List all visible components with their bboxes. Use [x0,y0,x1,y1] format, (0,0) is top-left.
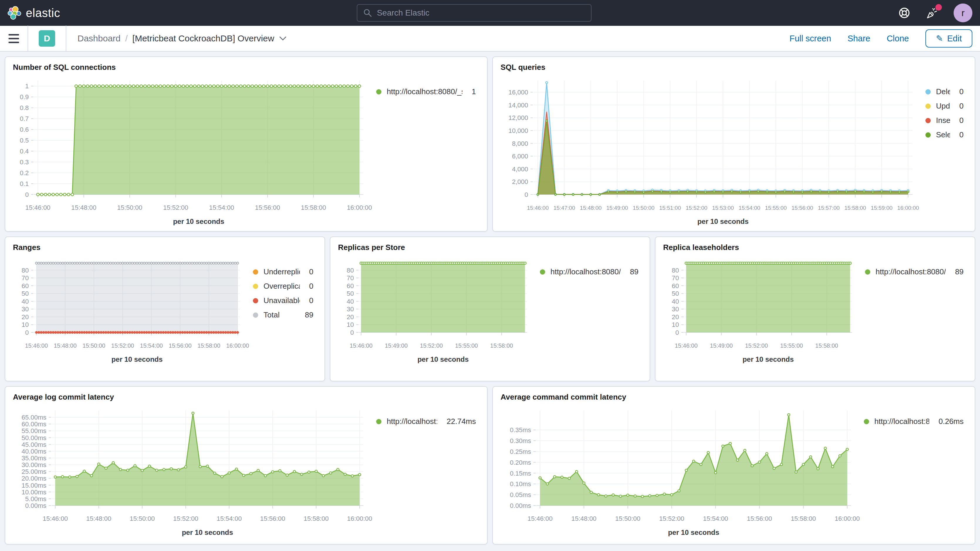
whats-new-button[interactable] [926,6,940,20]
legend-item[interactable]: Selects0 [926,130,964,139]
svg-text:10: 10 [672,321,679,328]
help-button[interactable] [897,6,912,20]
svg-text:35.00ms: 35.00ms [22,454,46,462]
legend-series-label: Updates [936,102,950,111]
dashboard-app-badge[interactable]: D [39,30,55,47]
svg-text:0: 0 [525,191,528,198]
svg-text:15:52:00: 15:52:00 [659,515,684,522]
panel-replicas-per-store: Replicas per Store15:46:0015:49:0015:52:… [330,236,650,381]
svg-text:0.6: 0.6 [20,126,29,133]
legend-series-dot [864,419,869,424]
svg-text:15:56:00: 15:56:00 [169,342,192,349]
legend-item[interactable]: Underreplicated0 [253,267,313,276]
svg-text:80: 80 [22,267,29,274]
edit-button[interactable]: ✎ Edit [926,29,972,48]
legend-item[interactable]: http://localhost:808...22.74ms [376,417,476,426]
svg-text:50.00ms: 50.00ms [22,434,46,441]
nav-menu-button[interactable] [0,25,27,51]
svg-text:15:53:00: 15:53:00 [712,205,734,211]
svg-text:10: 10 [22,321,29,328]
svg-text:1: 1 [25,83,29,90]
svg-text:15:48:00: 15:48:00 [86,515,111,522]
svg-text:15:50:00: 15:50:00 [633,205,655,211]
svg-text:30: 30 [672,306,679,313]
svg-text:15:54:00: 15:54:00 [216,515,242,522]
logo-text: elastic [26,6,60,20]
chart-replicas-per-store[interactable]: 15:46:0015:49:0015:52:0015:55:0015:58:00… [333,253,532,368]
legend-series-label: http://localhost:8080/_sta... [875,267,946,276]
panel-title-replica-leaseholders: Replica leaseholders [655,237,975,253]
legend-series-value: 0 [955,87,964,96]
svg-text:15:55:00: 15:55:00 [455,342,478,349]
legend-replicas-per-store: http://localhost:8080/_sta...89 [532,253,647,368]
svg-text:15:58:00: 15:58:00 [301,204,326,211]
chart-avg-command-commit-latency[interactable]: 15:46:0015:48:0015:50:0015:52:0015:54:00… [495,403,856,541]
elastic-logo-icon [8,6,21,20]
svg-text:0.00ms: 0.00ms [25,502,46,510]
pencil-icon: ✎ [936,33,943,43]
legend-item[interactable]: Total89 [253,311,313,320]
user-avatar[interactable]: r [954,3,972,22]
full-screen-button[interactable]: Full screen [789,34,831,43]
chevron-down-icon[interactable] [279,36,287,41]
svg-text:15:55:00: 15:55:00 [765,205,787,211]
svg-text:15:58:00: 15:58:00 [845,205,866,211]
svg-text:16,000: 16,000 [509,89,528,96]
svg-text:per 10 seconds: per 10 seconds [173,217,224,225]
panel-title-ranges: Ranges [5,237,325,253]
legend-series-label: Deletes [936,87,950,96]
svg-text:8,000: 8,000 [512,140,528,147]
svg-text:15:52:00: 15:52:00 [173,515,198,522]
svg-text:60: 60 [347,282,354,290]
clone-button[interactable]: Clone [887,34,909,43]
legend-item[interactable]: http://localhost:8080/_sta...89 [865,267,964,276]
legend-item[interactable]: Inserts0 [926,116,964,125]
svg-text:30: 30 [22,306,29,313]
svg-text:16:00:00: 16:00:00 [347,204,372,211]
breadcrumb-dashboard-link[interactable]: Dashboard [78,33,121,43]
legend-series-value: 0 [305,282,313,291]
legend-item[interactable]: Unavailable0 [253,296,313,305]
svg-text:25.00ms: 25.00ms [22,468,46,475]
chart-replica-leaseholders[interactable]: 15:46:0015:49:0015:52:0015:55:0015:58:00… [658,253,858,368]
legend-item[interactable]: Overreplicated0 [253,282,313,291]
chart-ranges[interactable]: 15:46:0015:48:0015:50:0015:52:0015:54:00… [8,253,245,368]
svg-text:15:58:00: 15:58:00 [815,342,838,349]
legend-series-value: 89 [301,311,313,320]
page-title: [Metricbeat CockroachDB] Overview [132,33,274,43]
legend-item[interactable]: Deletes0 [926,87,964,96]
legend-item[interactable]: Updates0 [926,102,964,111]
divider [66,25,66,51]
svg-text:16:00:00: 16:00:00 [897,205,919,211]
legend-item[interactable]: http://localhost:8080/_sta...89 [540,267,638,276]
notification-dot [935,4,942,11]
legend-item[interactable]: http://localhost:8080...0.26ms [864,417,964,426]
lifebuoy-icon [898,6,911,19]
svg-text:15:50:00: 15:50:00 [130,515,155,522]
elastic-logo[interactable]: elastic [8,6,60,20]
legend-avg-log-commit-latency: http://localhost:808...22.74ms [369,403,485,541]
chart-sql-connections[interactable]: 15:46:0015:48:0015:50:0015:52:0015:54:00… [8,73,369,230]
chart-sql-queries[interactable]: 15:46:0015:47:0015:48:0015:49:0015:50:00… [495,73,918,230]
svg-text:per 10 seconds: per 10 seconds [668,529,719,536]
svg-text:40: 40 [672,298,679,305]
svg-text:15:50:00: 15:50:00 [615,515,641,522]
chart-avg-log-commit-latency[interactable]: 15:46:0015:48:0015:50:0015:52:0015:54:00… [8,403,369,541]
svg-text:15:46:00: 15:46:00 [528,515,553,522]
legend-series-dot [253,284,258,289]
legend-series-label: http://localhost:8080/_stat... [387,87,463,96]
svg-text:15:46:00: 15:46:00 [527,205,549,211]
svg-text:80: 80 [672,267,679,274]
svg-text:70: 70 [347,274,354,282]
legend-item[interactable]: http://localhost:8080/_stat...1 [376,87,476,96]
svg-text:20.00ms: 20.00ms [22,475,46,482]
legend-sql-queries: Deletes0Updates0Inserts0Selects0 [918,73,972,230]
svg-text:15.00ms: 15.00ms [22,482,46,489]
svg-text:15:57:00: 15:57:00 [818,205,840,211]
legend-series-label: Underreplicated [264,267,300,276]
global-search-input[interactable]: Search Elastic [357,4,592,22]
share-button[interactable]: Share [848,34,870,43]
legend-series-label: Overreplicated [264,282,300,291]
search-icon [363,8,372,17]
legend-series-value: 89 [951,267,964,276]
